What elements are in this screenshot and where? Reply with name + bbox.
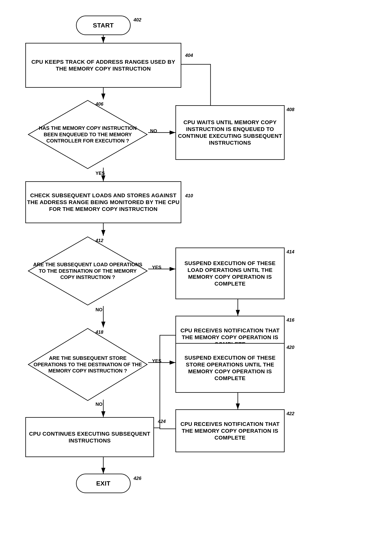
diamond-418: ARE THE SUBSEQUENT STORE OPERATIONS TO T…: [27, 328, 148, 401]
ref-424: 424: [158, 419, 166, 424]
ref-414: 414: [287, 249, 294, 255]
ref-406: 406: [96, 101, 103, 107]
box-414: SUSPEND EXECUTION OF THESE LOAD OPERATIO…: [175, 248, 285, 299]
ref-410: 410: [185, 193, 193, 199]
no-406: NO: [150, 128, 157, 134]
no-412: NO: [96, 307, 102, 312]
yes-406: YES: [96, 170, 105, 176]
ref-404: 404: [185, 53, 193, 58]
diamond-412-text: ARE THE SUBSEQUENT LOAD OPERATIONS TO TH…: [27, 260, 148, 282]
box-422: CPU RECEIVES NOTIFICATION THAT THE MEMOR…: [175, 409, 285, 452]
ref-420: 420: [287, 345, 294, 350]
diamond-406: HAS THE MEMORY COPY INSTRUCTION BEEN ENQ…: [27, 100, 148, 170]
ref-422: 422: [287, 411, 294, 416]
flowchart-diagram: START 402 CPU KEEPS TRACK OF ADDRESS RAN…: [0, 0, 392, 560]
box-420: SUSPEND EXECUTION OF THESE STORE OPERATI…: [175, 343, 285, 393]
box-424: CPU CONTINUES EXECUTING SUBSEQUENT INSTR…: [25, 417, 154, 457]
ref-426: 426: [133, 476, 141, 481]
box-404: CPU KEEPS TRACK OF ADDRESS RANGES USED B…: [25, 43, 181, 88]
diamond-412: ARE THE SUBSEQUENT LOAD OPERATIONS TO TH…: [27, 236, 148, 306]
box-408: CPU WAITS UNTIL MEMORY COPY INSTRUCTION …: [175, 105, 285, 160]
ref-416: 416: [287, 317, 294, 323]
diamond-406-text: HAS THE MEMORY COPY INSTRUCTION BEEN ENQ…: [27, 123, 148, 146]
diamond-418-text: ARE THE SUBSEQUENT STORE OPERATIONS TO T…: [27, 353, 148, 376]
start-node: START: [76, 16, 131, 35]
yes-412: YES: [152, 265, 161, 270]
exit-node: EXIT: [76, 474, 131, 493]
ref-402: 402: [133, 17, 141, 23]
box-410: CHECK SUBSEQUENT LOADS AND STORES AGAINS…: [25, 181, 181, 223]
no-418: NO: [96, 401, 102, 407]
ref-412: 412: [96, 238, 103, 243]
ref-408: 408: [287, 107, 294, 112]
yes-418: YES: [152, 358, 161, 364]
ref-418: 418: [96, 330, 103, 335]
